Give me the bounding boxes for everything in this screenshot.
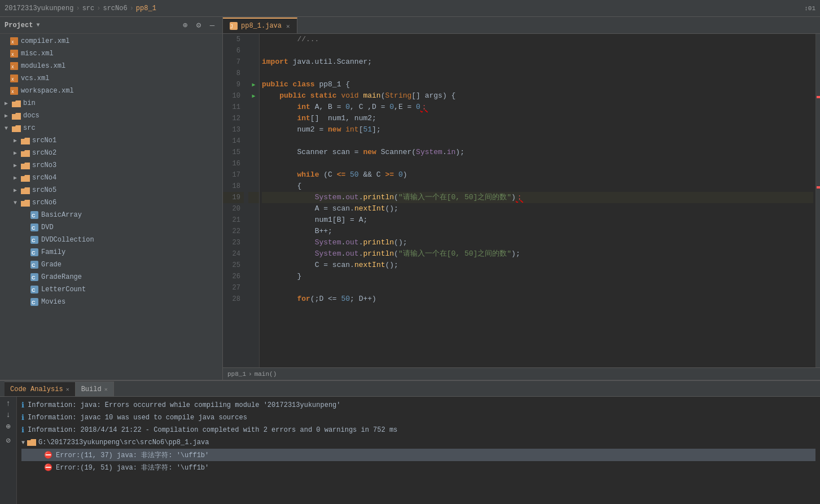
svg-text:x: x xyxy=(11,64,14,69)
sidebar-actions: ⊕ ⚙ — xyxy=(179,20,218,31)
code-line-12: int[] num1, num2; xyxy=(262,113,813,124)
code-line-24: System.out.println("请输入一个在[0, 50]之间的数"); xyxy=(262,248,813,260)
tree-item-basicarray[interactable]: C BasicArray xyxy=(0,209,222,221)
srcno5-arrow: ▶ xyxy=(14,187,20,194)
project-dropdown-icon[interactable]: ▼ xyxy=(36,22,40,28)
svg-text:x: x xyxy=(11,52,14,57)
tree-item-movies[interactable]: C Movies xyxy=(0,296,222,308)
tab-build-close[interactable]: ✕ xyxy=(104,386,108,393)
srcno3-label: srcNo3 xyxy=(32,161,56,169)
tree-item-workspace[interactable]: x workspace.xml xyxy=(0,85,222,97)
tree-item-family[interactable]: C Family xyxy=(0,246,222,258)
error-marker-1 xyxy=(817,96,820,98)
srcno2-folder-icon xyxy=(20,148,30,157)
tree-item-bin[interactable]: ▶ bin xyxy=(0,97,222,109)
sidebar-collapse-icon[interactable]: — xyxy=(207,20,218,31)
graderange-label: GradeRange xyxy=(41,273,82,281)
code-line-14 xyxy=(262,135,813,147)
sidebar-add-icon[interactable]: ⊕ xyxy=(179,20,191,31)
tab-code-analysis[interactable]: Code Analysis ✕ xyxy=(5,382,76,396)
msg-info-3[interactable]: ℹ Information: 2018/4/14 21:22 - Compila… xyxy=(21,424,815,436)
tree-item-graderange[interactable]: C GradeRange xyxy=(0,271,222,283)
msg-info-2[interactable]: ℹ Information: javac 10 was used to comp… xyxy=(21,411,815,424)
tab-code-analysis-close[interactable]: ✕ xyxy=(66,386,69,393)
msg-error-2-text: Error:(19, 51) java: 非法字符: '\uff1b' xyxy=(56,463,209,472)
srcno4-arrow: ▶ xyxy=(14,174,20,181)
editor-status-bar: pp8_1 › main() xyxy=(223,367,820,380)
tree-item-compiler[interactable]: x compiler.xml xyxy=(0,35,222,47)
breadcrumb-src[interactable]: src xyxy=(82,5,95,12)
project-label: Project xyxy=(5,21,33,29)
tree-item-grade[interactable]: C Grade xyxy=(0,258,222,271)
breadcrumb-project[interactable]: 20172313yukunpeng xyxy=(5,5,73,12)
code-line-22: B++; xyxy=(262,226,813,237)
code-body[interactable]: //... import java.util.Scanner; public c… xyxy=(260,34,815,367)
tree-item-vcs[interactable]: x vcs.xml xyxy=(0,72,222,85)
msg-error-2[interactable]: ⛔ Error:(19, 51) java: 非法字符: '\uff1b' xyxy=(21,461,815,474)
tree-item-dvd[interactable]: C DVD xyxy=(0,221,222,234)
movies-class-icon: C xyxy=(29,297,40,306)
svg-text:J: J xyxy=(230,24,233,29)
tree-item-srcno6[interactable]: ▼ srcNo6 xyxy=(0,196,222,209)
srcno3-arrow: ▶ xyxy=(14,162,20,169)
srcno3-folder-icon xyxy=(20,161,30,170)
tree-item-src[interactable]: ▼ src xyxy=(0,122,222,134)
code-container[interactable]: 5 6 7 8 9 10 11 12 13 14 15 16 17 18 19 … xyxy=(223,34,820,367)
svg-text:C: C xyxy=(32,238,36,243)
tree-item-srcno5[interactable]: ▶ srcNo5 xyxy=(0,184,222,196)
dvdcollection-class-icon: C xyxy=(29,235,40,244)
panel-down-icon[interactable]: ↓ xyxy=(6,410,10,419)
tab-build[interactable]: Build ✕ xyxy=(76,382,114,396)
docs-folder-icon xyxy=(11,111,21,120)
svg-text:x: x xyxy=(11,77,14,82)
tree-item-misc[interactable]: x misc.xml xyxy=(0,47,222,60)
svg-text:C: C xyxy=(32,225,36,231)
srcno6-folder-icon xyxy=(20,198,30,207)
tree-item-modules[interactable]: x modules.xml xyxy=(0,60,222,72)
code-line-9: public class pp8_1 { xyxy=(262,79,813,90)
family-label: Family xyxy=(41,248,65,256)
panel-up-icon[interactable]: ↑ xyxy=(6,399,10,408)
lettercount-class-icon: C xyxy=(29,285,40,294)
tree-item-srcno1[interactable]: ▶ srcNo1 xyxy=(0,134,222,147)
tree-item-docs[interactable]: ▶ docs xyxy=(0,109,222,122)
code-line-5: //... xyxy=(262,34,813,45)
misc-xml-label: misc.xml xyxy=(21,50,54,58)
error-icon-1: ⛔ xyxy=(44,451,52,459)
lettercount-label: LetterCount xyxy=(41,286,86,293)
tree-item-srcno4[interactable]: ▶ srcNo4 xyxy=(0,172,222,184)
srcno2-label: srcNo2 xyxy=(32,149,56,157)
code-line-15: Scanner scan = new Scanner(System.in); xyxy=(262,147,813,158)
breadcrumb-srcno6[interactable]: srcNo6 xyxy=(103,5,127,12)
editor-tabs: J pp8_1.java ✕ xyxy=(223,17,820,34)
tree-item-dvdcollection[interactable]: C DVDCollection xyxy=(0,234,222,246)
scroll-error-gutter xyxy=(815,34,820,367)
dvdcollection-label: DVDCollection xyxy=(41,236,94,244)
tree-item-srcno3[interactable]: ▶ srcNo3 xyxy=(0,159,222,172)
tab-pp8_1-label: pp8_1.java xyxy=(241,22,282,30)
code-line-8 xyxy=(262,68,813,79)
msg-error-1[interactable]: ⛔ Error:(11, 37) java: 非法字符: '\uff1b' xyxy=(21,449,815,461)
tree-item-lettercount[interactable]: C LetterCount xyxy=(0,283,222,296)
srcno5-label: srcNo5 xyxy=(32,186,56,194)
breadcrumb-file[interactable]: pp8_1 xyxy=(136,5,156,12)
java-file-icon: J xyxy=(230,22,238,30)
code-line-25: C = scan.nextInt(); xyxy=(262,260,813,271)
sidebar-settings-icon[interactable]: ⚙ xyxy=(193,20,204,31)
code-line-27 xyxy=(262,282,813,293)
tab-close-icon[interactable]: ✕ xyxy=(286,23,290,30)
msg-folder-1[interactable]: ▼ G:\20172313yukunpeng\src\srcNo6\pp8_1.… xyxy=(21,436,815,449)
srcno1-folder-icon xyxy=(20,136,30,145)
status-path: pp8_1 xyxy=(227,371,246,378)
gutter: ▶ ▶ xyxy=(248,34,260,367)
msg-info-1[interactable]: ℹ Information: java: Errors occurred whi… xyxy=(21,399,815,411)
code-line-10: public static void main(String[] args) { xyxy=(262,90,813,102)
code-line-18: { xyxy=(262,181,813,192)
code-line-11: int A, B = 0, C ,D = 0,E = 0； xyxy=(262,102,813,113)
panel-filter-icon[interactable]: ⊘ xyxy=(6,436,10,445)
tab-pp8_1[interactable]: J pp8_1.java ✕ xyxy=(223,17,297,33)
tree-item-srcno2[interactable]: ▶ srcNo2 xyxy=(0,147,222,159)
panel-expand-icon[interactable]: ⊕ xyxy=(6,422,10,431)
code-line-19: System.out.println("请输入一个在[0, 50]之间的数")； xyxy=(262,192,813,203)
project-tree: x compiler.xml x misc.xml x modules.xml … xyxy=(0,34,222,380)
